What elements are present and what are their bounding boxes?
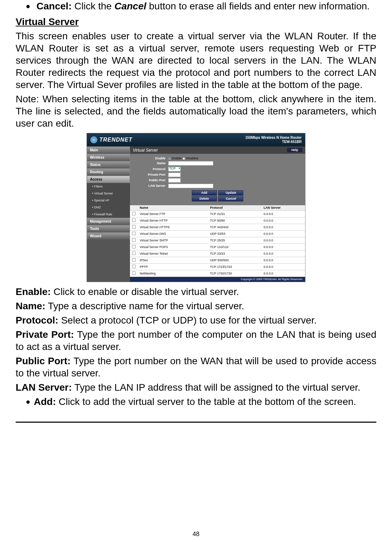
table-row[interactable]: PPTPTCP 1723/17230.0.0.0 <box>130 264 305 270</box>
sidebar-item-wizard[interactable]: Wizard <box>87 232 130 240</box>
public-port-label: Public Port <box>133 179 168 182</box>
public-port-input[interactable] <box>168 178 181 183</box>
name-input[interactable] <box>168 161 213 166</box>
sidebar-subitem[interactable]: • Special AP <box>87 197 130 204</box>
product-name: 150Mbps Wireless N Home Router TEW-651BR <box>245 136 302 144</box>
table-row[interactable]: Virtual Server HTTPSTCP 443/4430.0.0.0 <box>130 224 305 231</box>
globe-icon <box>90 136 97 143</box>
row-checkbox[interactable] <box>132 271 136 275</box>
sidebar-item-wireless[interactable]: Wireless <box>87 154 130 161</box>
copyright-footer: Copyright © 2009 TRENDnet. All Rights Re… <box>130 277 305 282</box>
sidebar-item-management[interactable]: Management <box>87 218 130 225</box>
row-checkbox[interactable] <box>132 212 136 215</box>
table-row[interactable]: Virtual Server POP3TCP 110/1100.0.0.0 <box>130 244 305 250</box>
private-port-input[interactable] <box>168 173 181 177</box>
th-lan: LAN Server <box>261 205 305 211</box>
table-row[interactable]: IPSecUDP 500/5000.0.0.0 <box>130 257 305 264</box>
lan-server-label: LAN Server <box>133 184 168 188</box>
router-header: TRENDNET 150Mbps Wireless N Home Router … <box>87 133 305 146</box>
protocol-label: Protocol <box>133 168 168 171</box>
cancel-label: Cancel: <box>36 1 72 11</box>
enable-radio-on[interactable] <box>168 157 171 160</box>
update-button[interactable]: Update <box>218 190 243 196</box>
private-port-label: Private Port <box>133 173 168 176</box>
table-row[interactable]: Virtual Server FTPTCP 21/210.0.0.0 <box>130 211 305 217</box>
th-protocol: Protocol <box>208 205 261 211</box>
desc-name: Name: Type a descriptive name for the vi… <box>16 300 376 312</box>
sidebar-subitem[interactable]: • DMZ <box>87 204 130 211</box>
screenshot-figure: TRENDNET 150Mbps Wireless N Home Router … <box>16 133 376 282</box>
sidebar: MainWirelessStatusRoutingAccess• Filters… <box>87 146 130 282</box>
desc-enable: Enable: Click to enable or disable the v… <box>16 286 376 298</box>
section-heading: Virtual Server <box>16 16 376 28</box>
page-number: 48 <box>0 530 392 538</box>
desc-public: Public Port: Type the port number on the… <box>16 355 376 379</box>
name-label: Name <box>133 162 168 165</box>
row-checkbox[interactable] <box>132 245 136 248</box>
row-checkbox[interactable] <box>132 232 136 235</box>
intro-para-1: This screen enables user to create a vir… <box>16 30 376 91</box>
lan-server-input[interactable] <box>168 184 213 188</box>
th-name: Name <box>138 205 208 211</box>
sidebar-item-routing[interactable]: Routing <box>87 168 130 176</box>
brand-logo: TRENDNET <box>90 136 132 143</box>
sidebar-subitem[interactable]: • Virtual Server <box>87 190 130 197</box>
profiles-table: Name Protocol LAN Server Virtual Server … <box>130 205 305 277</box>
intro-para-2: Note: When selecting items in the table … <box>16 93 376 129</box>
protocol-select[interactable]: TCP <box>168 167 181 172</box>
footer-rule <box>16 422 376 423</box>
table-row[interactable]: Virtual Server HTTPTCP 80/800.0.0.0 <box>130 217 305 224</box>
table-row[interactable]: Virtual Server SMTPTCP 25/250.0.0.0 <box>130 237 305 244</box>
help-button[interactable]: Help <box>287 148 302 152</box>
enable-label: Enable <box>133 157 168 160</box>
desc-private: Private Port: Type the port number of th… <box>16 328 376 353</box>
row-checkbox[interactable] <box>132 225 136 229</box>
desc-add-bullet: Add: Click to add the virtual server to … <box>35 396 376 408</box>
sidebar-item-tools[interactable]: Tools <box>87 225 130 232</box>
add-button[interactable]: Add <box>192 190 217 196</box>
row-checkbox[interactable] <box>132 238 136 242</box>
panel-title-bar: Virtual Server Help <box>130 146 305 154</box>
row-checkbox[interactable] <box>132 252 136 255</box>
cancel-bullet: Cancel: Click the Cancel button to erase… <box>35 0 376 12</box>
row-checkbox[interactable] <box>132 258 136 262</box>
panel-title: Virtual Server <box>133 148 158 152</box>
delete-button[interactable]: Delete <box>192 196 217 201</box>
enable-radio-off[interactable] <box>182 157 185 160</box>
sidebar-item-status[interactable]: Status <box>87 161 130 168</box>
sidebar-item-main[interactable]: Main <box>87 146 130 154</box>
sidebar-subitem[interactable]: • Filters <box>87 183 130 190</box>
cancel-button-name: Cancel <box>114 1 146 11</box>
desc-protocol: Protocol: Select a protocol (TCP or UDP)… <box>16 314 376 326</box>
ss-cancel-button[interactable]: Cancel <box>218 196 243 201</box>
sidebar-subitem[interactable]: • Firewall Rule <box>87 211 130 218</box>
table-row[interactable]: NetMeetingTCP 1720/17200.0.0.0 <box>130 270 305 277</box>
sidebar-item-access[interactable]: Access <box>87 176 130 183</box>
desc-lan: LAN Server: Type the LAN IP address that… <box>16 381 376 393</box>
table-row[interactable]: Virtual Server DNSUDP 53/530.0.0.0 <box>130 231 305 237</box>
row-checkbox[interactable] <box>132 265 136 268</box>
row-checkbox[interactable] <box>132 218 136 222</box>
table-row[interactable]: Virtual Server TelnetTCP 23/230.0.0.0 <box>130 250 305 257</box>
